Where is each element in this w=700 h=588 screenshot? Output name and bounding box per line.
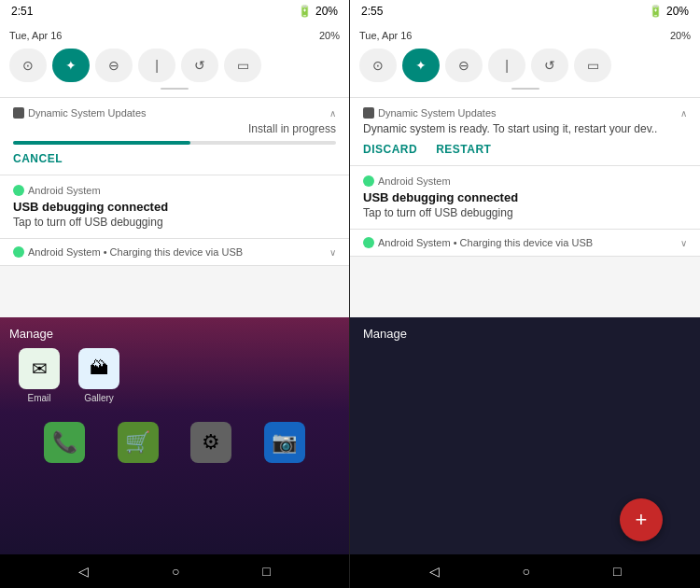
right-battery-icon: 🔋 — [649, 5, 663, 18]
right-discard-button[interactable]: DISCARD — [363, 143, 417, 156]
dock-phone[interactable]: 📞 — [44, 422, 85, 463]
qs-dnd[interactable]: ⊖ — [95, 49, 133, 82]
qs-battery-saver[interactable]: ▭ — [224, 49, 261, 82]
right-date-row: Tue, Apr 16 20% — [359, 30, 691, 41]
right-manage-label: Manage — [363, 327, 687, 341]
right-phone-panel: 2:55 🔋 20% Tue, Apr 16 20% ⊙ ✦ ⊖ | ↺ ▭ — [350, 0, 700, 588]
left-notif-dsu-header: Dynamic System Updates ∧ — [13, 107, 336, 119]
left-app-grid: ✉ Email 🏔 Gallery — [9, 348, 340, 403]
left-notif-usb-body: Tap to turn off USB debugging — [13, 216, 336, 229]
left-qs-icons: ⊙ ✦ ⊖ | ↺ ▭ — [9, 49, 340, 82]
right-qs-icons: ⊙ ✦ ⊖ | ↺ ▭ — [359, 49, 691, 82]
left-notif-charging[interactable]: Android System • Charging this device vi… — [0, 239, 349, 266]
right-qs-dnd[interactable]: ⊖ — [445, 49, 483, 82]
qs-flashlight[interactable]: | — [138, 49, 175, 82]
qs-wifi[interactable]: ⊙ — [9, 49, 47, 82]
right-quick-settings: Tue, Apr 16 20% ⊙ ✦ ⊖ | ↺ ▭ — [350, 22, 700, 98]
right-notif-dsu-actions: DISCARD RESTART — [363, 143, 687, 156]
right-qs-bluetooth[interactable]: ✦ — [402, 49, 440, 82]
left-home-screen: Manage ✉ Email 🏔 Gallery 📞 🛒 ⚙ 📷 — [0, 317, 349, 555]
email-icon-box: ✉ — [19, 348, 60, 389]
left-dock: 📞 🛒 ⚙ 📷 — [9, 414, 340, 470]
left-cancel-button[interactable]: CANCEL — [13, 152, 336, 165]
dock-settings[interactable]: ⚙ — [190, 422, 231, 463]
right-notif-charging-text: Android System • Charging this device vi… — [363, 237, 593, 248]
left-notif-usb-header: Android System — [13, 185, 336, 196]
left-notifications: Dynamic System Updates ∧ Install in prog… — [0, 98, 349, 317]
left-app-email[interactable]: ✉ Email — [19, 348, 60, 403]
right-time: 2:55 — [361, 5, 383, 18]
left-battery-pct: 20% — [319, 30, 340, 41]
qs-bluetooth[interactable]: ✦ — [52, 49, 90, 82]
left-quick-settings: Tue, Apr 16 20% ⊙ ✦ ⊖ | ↺ ▭ — [0, 22, 349, 98]
left-status-bar: 2:51 🔋 20% — [0, 0, 349, 22]
left-battery: 20% — [315, 5, 338, 18]
left-notif-dsu[interactable]: Dynamic System Updates ∧ Install in prog… — [0, 98, 349, 175]
right-notif-dsu-app: Dynamic System Updates — [363, 107, 497, 119]
right-notif-dsu-header: Dynamic System Updates ∧ — [363, 107, 687, 119]
right-back-button[interactable]: ◁ — [429, 564, 440, 579]
left-back-button[interactable]: ◁ — [78, 564, 89, 579]
right-restart-button[interactable]: RESTART — [436, 143, 491, 156]
right-qs-flashlight[interactable]: | — [488, 49, 525, 82]
left-notif-dsu-chevron: ∧ — [329, 108, 336, 119]
qs-rotate[interactable]: ↺ — [181, 49, 218, 82]
left-home-button[interactable]: ○ — [172, 564, 179, 579]
right-home-button[interactable]: ○ — [523, 564, 530, 579]
right-qs-rotate[interactable]: ↺ — [531, 49, 568, 82]
right-fab-label: + — [636, 508, 648, 532]
right-notif-usb[interactable]: Android System USB debugging connected T… — [350, 166, 700, 230]
right-battery: 20% — [666, 5, 689, 18]
right-notif-dsu-chevron: ∧ — [680, 108, 687, 119]
right-notif-usb-body: Tap to turn off USB debugging — [363, 206, 687, 219]
android-icon — [13, 185, 24, 196]
left-notif-charging-text: Android System • Charging this device vi… — [13, 246, 243, 258]
right-android-icon — [363, 175, 374, 187]
right-date: Tue, Apr 16 — [359, 30, 412, 41]
right-notif-usb-title: USB debugging connected — [363, 190, 687, 204]
right-notif-usb-appname: Android System — [378, 175, 451, 187]
left-progress-bar-fill — [13, 141, 190, 145]
left-status-right: 🔋 20% — [298, 5, 338, 18]
right-notifications: Dynamic System Updates ∧ Dynamic system … — [350, 98, 700, 317]
left-nav-bar: ◁ ○ □ — [0, 554, 349, 588]
right-notif-dsu-body: Dynamic system is ready. To start using … — [363, 122, 687, 135]
right-notif-usb-app: Android System — [363, 175, 451, 187]
left-notif-charging-row: Android System • Charging this device vi… — [13, 246, 336, 258]
left-notif-usb-app: Android System — [13, 185, 101, 196]
left-notif-usb-appname: Android System — [28, 185, 101, 196]
left-notif-usb-title: USB debugging connected — [13, 200, 336, 214]
right-dsu-icon — [363, 107, 374, 119]
gallery-icon-box: 🏔 — [78, 348, 119, 389]
left-app-gallery[interactable]: 🏔 Gallery — [78, 348, 119, 403]
right-nav-bar: ◁ ○ □ — [350, 554, 700, 588]
left-date: Tue, Apr 16 — [9, 30, 62, 41]
right-notif-charging-row: Android System • Charging this device vi… — [363, 237, 687, 248]
left-notif-dsu-app: Dynamic System Updates — [13, 107, 147, 119]
left-date-row: Tue, Apr 16 20% — [9, 30, 340, 41]
left-notif-usb[interactable]: Android System USB debugging connected T… — [0, 175, 349, 239]
left-progress-bar-container — [13, 141, 336, 145]
dock-camera[interactable]: 📷 — [264, 422, 305, 463]
android-charging-icon — [13, 246, 24, 258]
dock-store[interactable]: 🛒 — [118, 422, 159, 463]
right-fab[interactable]: + — [620, 498, 663, 541]
left-charging-chevron: ∨ — [329, 247, 336, 258]
right-android-charging-icon — [363, 237, 374, 248]
right-notif-charging[interactable]: Android System • Charging this device vi… — [350, 230, 700, 257]
right-qs-divider — [511, 88, 539, 90]
left-recents-button[interactable]: □ — [262, 564, 270, 579]
right-qs-wifi[interactable]: ⊙ — [359, 49, 397, 82]
right-qs-battery-saver[interactable]: ▭ — [574, 49, 611, 82]
left-notif-dsu-title: Install in progress — [13, 122, 336, 135]
left-manage-label: Manage — [9, 327, 340, 341]
email-label: Email — [27, 393, 50, 403]
left-time: 2:51 — [11, 5, 33, 18]
right-recents-button[interactable]: □ — [613, 564, 621, 579]
gallery-label: Gallery — [84, 393, 114, 403]
right-status-bar: 2:55 🔋 20% — [350, 0, 700, 22]
qs-divider — [161, 88, 189, 90]
dsu-icon — [13, 107, 24, 119]
left-notif-charging-label: Android System • Charging this device vi… — [28, 246, 243, 258]
right-notif-dsu[interactable]: Dynamic System Updates ∧ Dynamic system … — [350, 98, 700, 166]
